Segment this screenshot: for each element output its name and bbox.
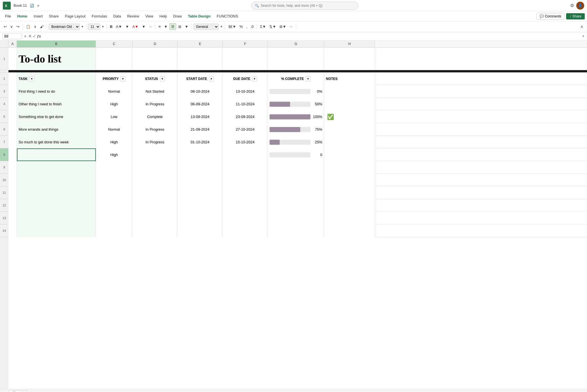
cell-c5-priority[interactable]: Low	[96, 110, 133, 123]
row-header-1[interactable]: 1	[0, 48, 8, 70]
cell-f8-duedate[interactable]	[223, 148, 268, 161]
menu-table-design[interactable]: Table Design	[185, 13, 213, 19]
center-align-button[interactable]: ☰	[169, 23, 176, 30]
cell-g11[interactable]	[268, 186, 324, 199]
cell-g1[interactable]	[268, 48, 324, 70]
cell-c14[interactable]	[96, 224, 133, 237]
cell-g9[interactable]	[268, 161, 324, 174]
cell-e4-startdate[interactable]: 06-09-2024	[178, 98, 223, 110]
cell-c12[interactable]	[96, 199, 133, 212]
cell-g7-progress[interactable]: 25%	[268, 136, 324, 148]
cell-e7-startdate[interactable]: 01-10-2024	[178, 136, 223, 148]
cell-a2[interactable]	[8, 72, 17, 85]
cell-c7-priority[interactable]: High	[96, 136, 133, 148]
increase-decimal[interactable]: .0	[249, 24, 255, 30]
cell-b1[interactable]: To-do list	[17, 48, 96, 70]
cell-b4-task[interactable]: Other thing I need to finish	[17, 98, 96, 110]
cell-e13[interactable]	[178, 212, 223, 224]
duedate-filter-button[interactable]: ▼	[252, 76, 257, 81]
cell-f3-duedate[interactable]: 13-10-2024	[223, 85, 268, 98]
cell-d3-status[interactable]: Not Started	[133, 85, 178, 98]
cell-h12[interactable]	[324, 199, 375, 212]
col-header-a[interactable]: A	[8, 41, 17, 47]
search-box[interactable]: 🔍	[251, 2, 358, 10]
row-header-6[interactable]: 6	[0, 123, 8, 136]
menu-data[interactable]: Data	[111, 13, 124, 19]
comments-button[interactable]: 💬 Comments	[537, 13, 564, 20]
cell-c13[interactable]	[96, 212, 133, 224]
cell-b11[interactable]	[17, 186, 96, 199]
menu-view[interactable]: View	[143, 13, 156, 19]
cell-f5-duedate[interactable]: 23-09-2024	[223, 110, 268, 123]
col-header-f[interactable]: F	[223, 41, 268, 47]
cell-a14[interactable]	[8, 224, 17, 237]
cell-f14[interactable]	[223, 224, 268, 237]
cell-f13[interactable]	[223, 212, 268, 224]
menu-share[interactable]: Share	[46, 13, 62, 19]
cell-c4-priority[interactable]: High	[96, 98, 133, 110]
col-header-d[interactable]: D	[133, 41, 178, 47]
row-header-7[interactable]: 7	[0, 136, 8, 148]
cell-a8[interactable]	[8, 148, 17, 161]
cell-c6-priority[interactable]: Normal	[96, 123, 133, 136]
cell-d6-status[interactable]: In Progress	[133, 123, 178, 136]
cell-g14[interactable]	[268, 224, 324, 237]
cell-d13[interactable]	[133, 212, 178, 224]
cell-d9[interactable]	[133, 161, 178, 174]
cell-d2-status[interactable]: STATUS ▼	[133, 72, 178, 85]
menu-help[interactable]: Help	[157, 13, 170, 19]
cell-d4-status[interactable]: In Progress	[133, 98, 178, 110]
cell-h10[interactable]	[324, 174, 375, 186]
comma-button[interactable]: ,	[245, 24, 249, 30]
cell-c10[interactable]	[96, 174, 133, 186]
task-filter-button[interactable]: ▼	[29, 76, 34, 81]
cell-h8-notes[interactable]	[324, 148, 375, 161]
priority-filter-button[interactable]: ▼	[120, 76, 125, 81]
cell-a5[interactable]	[8, 110, 17, 123]
cell-b13[interactable]	[17, 212, 96, 224]
undo-button[interactable]: ↩	[2, 24, 8, 30]
cell-g13[interactable]	[268, 212, 324, 224]
grid-button[interactable]: ⊞▼	[278, 24, 288, 30]
cell-h3-notes[interactable]	[324, 85, 375, 98]
cell-a12[interactable]	[8, 199, 17, 212]
clipboard-dropdown[interactable]: ∨	[32, 24, 38, 30]
cell-f12[interactable]	[223, 199, 268, 212]
cancel-formula-icon[interactable]: ✕	[28, 34, 32, 38]
cell-g8-progress[interactable]: 0	[268, 148, 324, 161]
cell-b8-task[interactable]	[17, 148, 96, 161]
cell-e10[interactable]	[178, 174, 223, 186]
cell-d5-status[interactable]: Complete	[133, 110, 178, 123]
more-button[interactable]: ···	[147, 24, 153, 30]
undo-dropdown[interactable]: ∨	[9, 24, 14, 30]
cell-b3-task[interactable]: First thing I need to do	[17, 85, 96, 98]
bold-button[interactable]: B	[109, 24, 114, 30]
cell-f9[interactable]	[223, 161, 268, 174]
cell-e3-startdate[interactable]: 06-10-2024	[178, 85, 223, 98]
menu-review[interactable]: Review	[124, 13, 142, 19]
cell-d11[interactable]	[133, 186, 178, 199]
add-sheet-button[interactable]: +	[2, 390, 8, 392]
share-button[interactable]: ↑ Share	[566, 13, 585, 19]
row-header-14[interactable]: 14	[0, 224, 8, 237]
font-color-dropdown[interactable]: ▼	[140, 24, 147, 30]
cell-h1[interactable]	[324, 48, 375, 70]
cell-f7-duedate[interactable]: 15-10-2024	[223, 136, 268, 148]
cell-g4-progress[interactable]: 50%	[268, 98, 324, 110]
merge-button[interactable]: ⊞	[177, 24, 183, 30]
col-header-b[interactable]: B	[17, 41, 96, 47]
cell-h4-notes[interactable]	[324, 98, 375, 110]
cell-b7-task[interactable]: So much to get done this week	[17, 136, 96, 148]
font-color-button[interactable]: A▼	[131, 24, 140, 30]
cell-h9[interactable]	[324, 161, 375, 174]
row-header-9[interactable]: 9	[0, 161, 8, 174]
menu-file[interactable]: File	[2, 13, 14, 19]
cell-h6-notes[interactable]	[324, 123, 375, 136]
cell-e14[interactable]	[178, 224, 223, 237]
cell-a6[interactable]	[8, 123, 17, 136]
row-header-12[interactable]: 12	[0, 199, 8, 212]
cell-g10[interactable]	[268, 174, 324, 186]
cell-f1[interactable]	[223, 48, 268, 70]
cell-b14[interactable]	[17, 224, 96, 237]
menu-page-layout[interactable]: Page Layout	[62, 13, 88, 19]
